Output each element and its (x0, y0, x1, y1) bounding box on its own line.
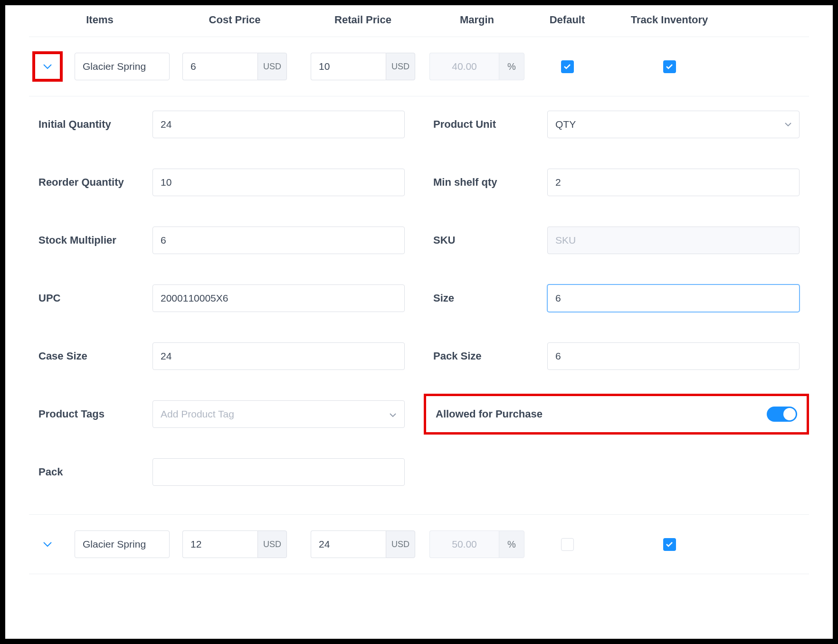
table-header-row: Items Cost Price Retail Price Margin Def… (29, 14, 809, 37)
header-retail-price: Retail Price (299, 14, 427, 26)
reorder-quantity-input[interactable] (152, 169, 405, 196)
case-size-label: Case Size (38, 350, 152, 362)
header-cost-price: Cost Price (171, 14, 299, 26)
check-icon (666, 541, 673, 547)
retail-price-input[interactable] (311, 530, 386, 558)
margin-group: % (429, 530, 524, 558)
margin-group: % (429, 53, 524, 80)
product-unit-select[interactable] (547, 111, 800, 138)
header-default: Default (527, 14, 608, 26)
currency-label: USD (386, 53, 415, 80)
pack-size-label: Pack Size (433, 350, 547, 362)
retail-price-group: USD (311, 530, 415, 558)
retail-price-input[interactable] (311, 53, 386, 80)
product-tags-placeholder: Add Product Tag (161, 408, 234, 420)
currency-label: USD (257, 53, 287, 80)
product-unit-label: Product Unit (433, 118, 547, 131)
expand-row-button[interactable] (32, 529, 63, 559)
percent-label: % (499, 53, 524, 80)
header-margin: Margin (427, 14, 527, 26)
chevron-down-icon (43, 64, 52, 69)
track-inventory-checkbox[interactable] (663, 538, 676, 551)
initial-quantity-label: Initial Quantity (38, 118, 152, 131)
case-size-input[interactable] (152, 342, 405, 370)
min-shelf-qty-label: Min shelf qty (433, 176, 547, 189)
default-checkbox[interactable] (561, 538, 574, 551)
pack-input[interactable] (152, 458, 405, 486)
currency-label: USD (386, 530, 415, 558)
margin-value (429, 530, 499, 558)
item-row: USD USD % (29, 37, 809, 96)
pack-size-input[interactable] (547, 342, 800, 370)
stock-multiplier-label: Stock Multiplier (38, 234, 152, 246)
chevron-down-icon (389, 408, 397, 420)
item-name-input[interactable] (75, 53, 170, 80)
allowed-for-purchase-row: Allowed for Purchase (424, 394, 809, 435)
cost-price-group: USD (182, 530, 287, 558)
stock-multiplier-input[interactable] (152, 227, 405, 254)
size-input[interactable] (547, 284, 800, 312)
reorder-quantity-label: Reorder Quantity (38, 176, 152, 189)
min-shelf-qty-input[interactable] (547, 169, 800, 196)
product-tags-select[interactable]: Add Product Tag (152, 400, 405, 428)
header-items: Items (29, 14, 171, 26)
sku-label: SKU (433, 234, 547, 246)
margin-value (429, 53, 499, 80)
retail-price-group: USD (311, 53, 415, 80)
pack-label: Pack (38, 466, 152, 478)
default-checkbox[interactable] (561, 60, 574, 73)
currency-label: USD (257, 530, 287, 558)
check-icon (563, 64, 571, 69)
allowed-for-purchase-label: Allowed for Purchase (436, 408, 767, 420)
header-track-inventory: Track Inventory (608, 14, 731, 26)
size-label: Size (433, 292, 547, 304)
expand-row-button[interactable] (32, 51, 63, 82)
toggle-knob (783, 408, 796, 420)
item-name-input[interactable] (75, 530, 170, 558)
initial-quantity-input[interactable] (152, 111, 405, 138)
upc-label: UPC (38, 292, 152, 304)
cost-price-input[interactable] (182, 530, 257, 558)
check-icon (666, 64, 673, 69)
percent-label: % (499, 530, 524, 558)
product-tags-label: Product Tags (38, 408, 152, 420)
sku-input[interactable] (547, 227, 800, 254)
product-unit-value[interactable] (547, 111, 800, 138)
item-details-panel: Initial Quantity Product Unit Reorder Qu (29, 96, 809, 515)
item-row: USD USD % (29, 515, 809, 574)
chevron-down-icon (43, 541, 52, 547)
allowed-for-purchase-toggle[interactable] (767, 407, 797, 422)
cost-price-group: USD (182, 53, 287, 80)
cost-price-input[interactable] (182, 53, 257, 80)
track-inventory-checkbox[interactable] (663, 60, 676, 73)
upc-input[interactable] (152, 284, 405, 312)
